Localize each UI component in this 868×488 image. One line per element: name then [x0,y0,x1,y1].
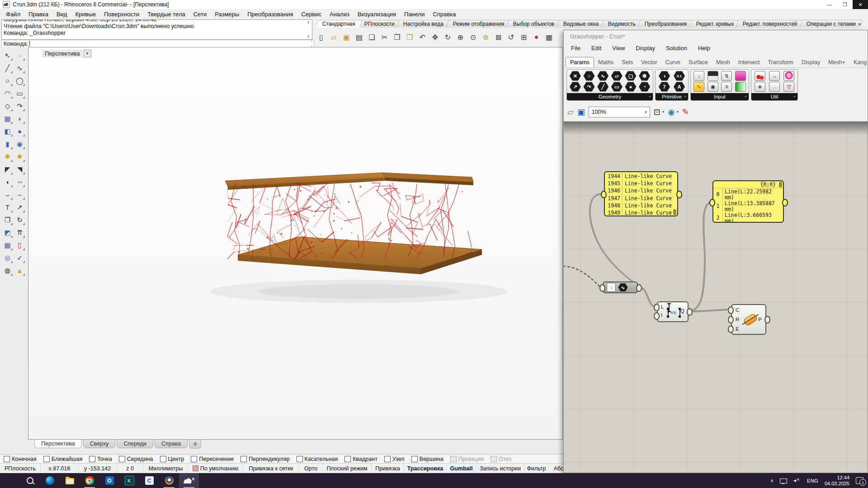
surface-cp-icon[interactable]: ▦ [2,113,13,124]
status-field[interactable]: z 0 [117,464,144,473]
explode-icon[interactable]: ✸ [14,151,25,162]
chrome-app[interactable] [80,473,99,488]
grasshopper-title[interactable]: Grasshopper - Стол* [564,30,868,42]
control-knob-icon[interactable]: ◉ [708,82,718,92]
adjustable-blend-icon[interactable]: ⌢ [14,189,25,200]
extrude-icon[interactable]: ⇈ [14,227,25,238]
menu-item[interactable]: Справка [429,10,460,19]
panel-output-nub[interactable] [782,199,788,206]
palette-group-label[interactable]: Util+ [751,93,797,100]
car-icon[interactable]: ● [531,32,542,43]
cut-icon[interactable]: ✂ [379,32,390,43]
component-input-nub[interactable] [728,316,734,324]
array-icon[interactable]: ▦ [2,239,13,251]
vector-param-icon[interactable]: ↗ [569,82,581,92]
data-panel-lines[interactable]: {0;0} 0 Line(L:22.25982mm) 1 Line(L:13.3… [712,180,784,223]
menu-item[interactable]: Сети [189,10,211,19]
panel-input-nub[interactable] [601,191,607,198]
rectangle-param-icon[interactable]: ▭ [611,82,623,92]
component-category-tab[interactable]: Transform [764,57,798,67]
brep-param-icon[interactable]: ● [625,82,637,92]
polyline-icon[interactable]: ╱ [2,62,13,74]
integer-param-icon[interactable]: 7 [659,82,670,92]
blender-app[interactable] [159,473,179,488]
ellipse-icon[interactable]: ◯ [14,75,25,86]
zoom-extents-icon[interactable]: ⊡ [654,107,660,117]
menu-item[interactable]: Размеры [211,10,243,19]
save-document-icon[interactable]: ▣ [577,107,585,117]
checkbox[interactable] [43,456,50,462]
pan-icon[interactable]: ✥ [429,32,441,43]
component-category-tab[interactable]: Surface [684,57,712,67]
osnap-option[interactable]: Узел [384,456,405,462]
viewport-label[interactable]: Перспектива ▼ [42,50,91,57]
palette-group-label[interactable]: Geometry+ [567,93,653,100]
undo-view-icon[interactable]: ↺ [505,32,517,43]
line-param-icon[interactable]: ╱ [597,82,609,92]
data-recorder-icon[interactable] [783,71,794,81]
number-param-icon[interactable]: 0.1 [674,71,685,81]
tray-chevron-icon[interactable]: ∧ [770,478,774,483]
new-file-icon[interactable]: ▯ [316,32,327,43]
volume-muted-icon[interactable] [793,478,801,483]
toolbar-tab[interactable]: Настройка вида [396,20,451,28]
viewport-dropdown-icon[interactable]: ▼ [84,50,91,57]
osnap-option[interactable]: Проекция [450,456,484,462]
component-category-tab[interactable]: Display [797,57,824,67]
viewport-name[interactable]: Перспектива [42,50,83,57]
checkbox[interactable] [160,456,166,462]
chevron-down-icon[interactable]: ▾ [662,110,664,114]
menu-item[interactable]: Правка [24,10,52,19]
toolbar-tab[interactable]: Операции с телами [799,20,863,28]
checkbox[interactable] [491,456,497,462]
curve-icon[interactable]: ∿ [14,62,25,74]
osnap-option[interactable]: Конечная [4,456,37,462]
menu-item[interactable]: Файл [2,10,24,19]
kompas-app[interactable]: K [119,473,139,488]
properties-icon[interactable]: ❏ [366,32,377,43]
osnap-option[interactable]: Вершина [411,456,443,462]
status-field[interactable]: x 87.016 [41,464,79,473]
component-category-tab[interactable]: Kangaroo2 [849,57,867,67]
toolbar-tab[interactable]: Редакт. кривых [689,20,741,28]
polygon-icon[interactable]: ◇ [2,100,13,112]
toolbar-tab[interactable]: Преобразования [637,20,694,28]
component-category-tab[interactable]: Intersect [734,57,764,67]
plane-param-icon[interactable]: ▱ [611,71,623,81]
toolbar-tab[interactable]: Стандартная [316,20,362,28]
component-output-nub[interactable] [687,308,693,316]
palette-group-label[interactable]: Input+ [691,93,749,100]
number-slider-icon[interactable]: ↯ [721,71,732,81]
cherry-picker-icon[interactable] [755,71,765,81]
four-viewports-icon[interactable]: ⊞ [518,32,529,43]
menu-item[interactable]: Анализ [326,10,354,19]
menu-item[interactable]: Твердые тела [143,10,189,19]
mesh-sphere-icon[interactable]: ◉ [14,138,25,150]
status-field[interactable]: Привязка к сетке [243,464,299,473]
open-document-icon[interactable]: ▱ [567,107,574,117]
add-viewport-tab-button[interactable]: ✛ [189,440,201,449]
import-geometry-icon[interactable]: ↓ [693,71,704,81]
panel-scrollbar[interactable] [673,209,676,215]
fitness-flask-icon[interactable]: ▽ [783,82,794,92]
status-field[interactable]: Плоский режим [323,464,372,473]
explorer-app[interactable] [60,473,80,488]
arc-icon[interactable]: ◠ [2,88,13,99]
component-input-nub[interactable] [728,306,734,314]
cylinder-icon[interactable]: ▮ [2,138,13,150]
circle-param-icon[interactable]: ○ [583,71,595,81]
toolbar-tab[interactable]: Видовые окна [557,20,606,28]
status-field[interactable]: Миллиметры [144,464,188,473]
text-param-icon[interactable]: A [674,82,685,92]
checkbox[interactable] [384,456,391,462]
maximize-button[interactable]: ❐ [837,0,853,9]
component-category-tab[interactable]: Curve [661,57,684,67]
menu-item[interactable]: Display [630,43,660,53]
status-field[interactable]: Привязка [372,464,404,473]
menu-item[interactable]: Solution [660,43,693,53]
viewport-tab[interactable]: Спереди [117,440,153,448]
minimize-button[interactable]: — [822,0,837,9]
arc-param-icon[interactable]: ↷ [583,82,595,92]
status-field[interactable]: Gumball [447,464,476,473]
menu-item[interactable]: Вид [52,10,71,19]
